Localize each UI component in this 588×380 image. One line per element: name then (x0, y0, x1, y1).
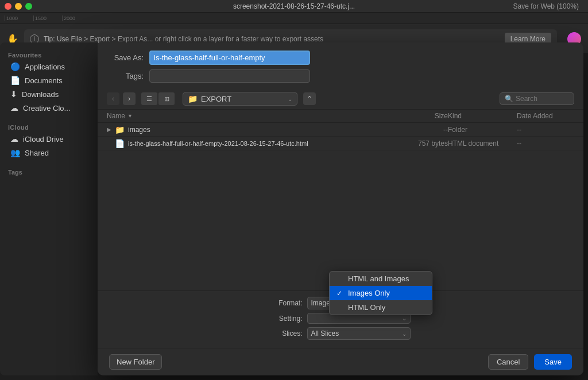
title-bar: screenshot-2021-08-26-15-27-46-utc.j... … (0, 0, 588, 13)
sort-arrow-icon: ▼ (127, 113, 133, 119)
location-label: EXPORT (201, 95, 284, 103)
file-list: Name ▼ Size Kind Date Added ▶ 📁 images -… (98, 110, 583, 290)
size-column-header: Size (390, 112, 448, 120)
icloud-label: iCloud (0, 121, 98, 132)
list-view-button[interactable]: ☰ (141, 92, 157, 105)
ruler-bar: 1000 1500 2000 (0, 13, 588, 24)
slices-select[interactable]: All Slices ⌄ (307, 327, 411, 340)
dialog-buttons: New Folder Cancel Save (98, 348, 583, 375)
icloud-drive-label: iCloud Drive (23, 135, 64, 144)
search-input[interactable] (516, 95, 567, 103)
settings-select-arrow-icon: ⌄ (402, 315, 407, 321)
applications-label: Applications (25, 63, 65, 71)
expand-button[interactable]: ⌃ (303, 92, 316, 105)
folder-file-icon: 📁 (115, 125, 125, 134)
shared-label: Shared (25, 149, 49, 157)
close-button[interactable] (5, 3, 11, 10)
sidebar-item-applications[interactable]: 🔵 Applications (2, 60, 95, 73)
favourites-label: Favourites (0, 48, 98, 60)
table-row[interactable]: ▶ 📁 images -- Folder -- (98, 123, 583, 137)
dropdown-item-images-only[interactable]: ✓ Images Only (330, 286, 432, 300)
slices-row: Slices: All Slices ⌄ (109, 327, 572, 340)
ruler-mark-1000: 1000 (5, 15, 33, 21)
window-title: screenshot-2021-08-26-15-27-46-utc.j... (233, 2, 355, 10)
expand-row-icon[interactable]: ▶ (107, 126, 115, 133)
tags-input[interactable] (149, 69, 310, 83)
tip-text: Tip: Use File > Export > Export As... or… (44, 35, 323, 43)
icloud-drive-icon: ☁ (10, 134, 18, 144)
file-kind: HTML document (448, 139, 517, 148)
settings-label: Setting: (271, 315, 303, 323)
window-controls[interactable] (5, 3, 32, 10)
format-dropdown-popup: HTML and Images ✓ Images Only HTML Only (329, 271, 432, 315)
documents-label: Documents (25, 76, 63, 85)
save-as-row: Save As: (98, 42, 583, 69)
dropdown-item-label: HTML Only (348, 303, 385, 312)
downloads-label: Downloads (22, 90, 59, 99)
check-mark-icon: ✓ (336, 289, 345, 297)
html-file-icon: 📄 (115, 139, 125, 148)
forward-button[interactable]: › (123, 92, 136, 105)
tags-label: Tags: (109, 72, 144, 80)
file-name: images (128, 126, 390, 134)
minimize-button[interactable] (15, 3, 22, 10)
file-kind: Folder (448, 126, 517, 134)
slices-value: All Slices (311, 329, 339, 338)
sidebar-item-downloads[interactable]: ⬇ Downloads (2, 87, 95, 101)
left-sidebar: Favourites 🔵 Applications 📄 Documents ⬇ … (0, 42, 98, 375)
sidebar-item-creative-cloud[interactable]: ☁ Creative Clo... (2, 101, 95, 115)
sidebar-item-documents[interactable]: 📄 Documents (2, 73, 95, 87)
dropdown-item-label: Images Only (348, 289, 390, 297)
tags-section-label: Tags (0, 160, 98, 178)
ruler-mark-1500: 1500 (33, 15, 62, 21)
documents-icon: 📄 (10, 76, 20, 85)
slices-label: Slices: (271, 329, 303, 338)
downloads-icon: ⬇ (10, 90, 17, 99)
grid-view-button[interactable]: ⊞ (158, 92, 175, 105)
save-dialog: Save As: Tags: ‹ › ☰ ⊞ 📁 EXPORT ⌄ ⌃ 🔍 Na… (98, 42, 583, 375)
table-row[interactable]: 📄 is-the-glass-half-full-or-half-empty-2… (98, 137, 583, 150)
date-column-header: Date Added (517, 112, 574, 120)
applications-icon: 🔵 (10, 62, 20, 71)
folder-icon: 📁 (188, 94, 198, 103)
nav-bar: ‹ › ☰ ⊞ 📁 EXPORT ⌄ ⌃ 🔍 (98, 88, 583, 110)
new-folder-button[interactable]: New Folder (109, 354, 162, 370)
back-button[interactable]: ‹ (107, 92, 119, 105)
file-size: 757 bytes (390, 139, 448, 148)
tags-row: Tags: (98, 69, 583, 88)
creative-cloud-icon: ☁ (10, 103, 18, 113)
maximize-button[interactable] (25, 3, 32, 10)
dialog-title: Save for Web (100%) (513, 2, 579, 10)
dropdown-item-label: HTML and Images (348, 274, 409, 283)
location-picker[interactable]: 📁 EXPORT ⌄ (183, 92, 297, 106)
cancel-button[interactable]: Cancel (488, 354, 528, 370)
search-icon: 🔍 (505, 95, 513, 103)
name-column-header: Name (107, 112, 125, 120)
action-buttons: Cancel Save (488, 354, 572, 370)
search-box: 🔍 (500, 92, 574, 105)
kind-column-header: Kind (448, 112, 517, 120)
shared-icon: 👥 (10, 148, 20, 157)
location-chevron-icon: ⌄ (288, 96, 292, 102)
slices-select-arrow-icon: ⌄ (402, 331, 407, 337)
creative-cloud-label: Creative Clo... (23, 104, 70, 113)
file-name: is-the-glass-half-full-or-half-empty-202… (128, 140, 390, 147)
view-options: ☰ ⊞ (141, 92, 175, 105)
file-list-header: Name ▼ Size Kind Date Added (98, 110, 583, 123)
empty-space (98, 150, 583, 265)
file-date: -- (517, 126, 574, 134)
save-button[interactable]: Save (534, 354, 572, 370)
dropdown-item-html-only[interactable]: HTML Only (330, 300, 432, 315)
sidebar-item-shared[interactable]: 👥 Shared (2, 146, 95, 160)
file-size: -- (390, 126, 448, 134)
save-as-input[interactable] (149, 51, 310, 65)
sidebar-item-icloud-drive[interactable]: ☁ iCloud Drive (2, 132, 95, 146)
save-as-label: Save As: (109, 53, 144, 62)
ruler-mark-2000: 2000 (62, 15, 91, 21)
ruler-marks: 1000 1500 2000 (5, 15, 91, 21)
format-label: Format: (271, 299, 303, 307)
file-date: -- (517, 139, 574, 148)
dropdown-item-html-and-images[interactable]: HTML and Images (330, 272, 432, 286)
